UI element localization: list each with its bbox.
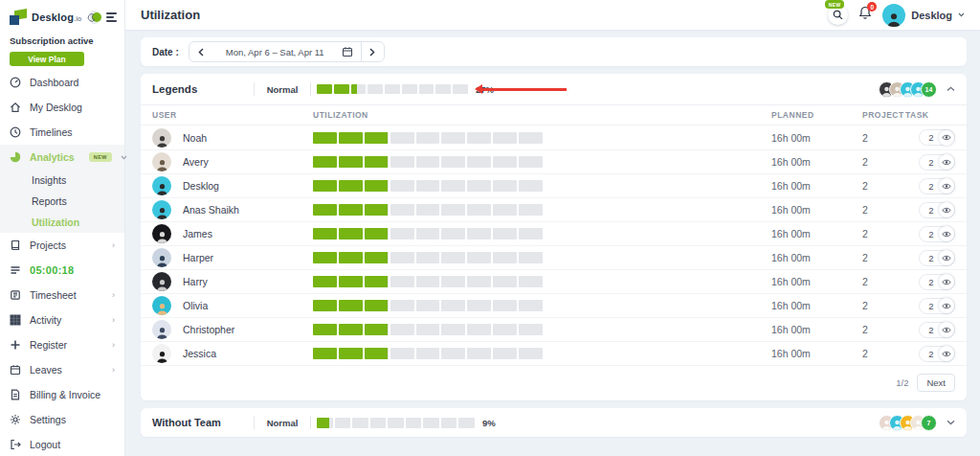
subscription-status: Subscription active (0, 30, 124, 46)
planned-hours: 16h 00m (771, 132, 862, 144)
eye-icon[interactable] (939, 274, 954, 289)
dark-mode-toggle[interactable] (90, 11, 99, 24)
user-utilization-bar (313, 228, 552, 239)
collapse-chevron-up-icon[interactable] (947, 86, 955, 92)
without-team-avatar-stack[interactable]: 7 (879, 415, 937, 431)
sidebar-item-logout[interactable]: Logout (0, 432, 124, 456)
project-count: 2 (862, 156, 905, 168)
timer-bars-icon (10, 264, 21, 276)
sidebar-item-settings[interactable]: Settings (0, 407, 124, 432)
eye-icon[interactable] (939, 202, 954, 217)
user-utilization-bar (313, 276, 552, 287)
calendar-icon[interactable] (334, 46, 361, 57)
sidebar-item-activity[interactable]: Activity › (0, 308, 124, 332)
search-button[interactable]: NEW (828, 5, 848, 25)
expand-chevron-down-icon[interactable] (947, 420, 955, 425)
pie-chart-icon (10, 151, 21, 163)
user-utilization-bar (313, 300, 552, 311)
user-utilization-bar (313, 348, 552, 359)
user-name: Harry (183, 276, 208, 287)
sidebar-item-projects[interactable]: Projects › (0, 233, 124, 258)
col-user: USER (152, 110, 313, 120)
planned-hours: 16h 00m (771, 348, 862, 359)
avatar-overflow-count[interactable]: 7 (921, 415, 937, 431)
user-name: Jessica (183, 348, 216, 359)
task-pill[interactable]: 2 (919, 202, 955, 218)
task-pill[interactable]: 2 (919, 274, 955, 290)
sidebar-item-timelines[interactable]: Timelines (0, 120, 124, 145)
team-avatar-stack[interactable]: 14 (879, 81, 937, 98)
table-body: Noah 16h 00m 2 2 Avery 16h 00m 2 2 (141, 125, 967, 365)
chevron-right-icon: › (112, 240, 115, 250)
without-team-card: Without Team Normal 9% 7 (141, 408, 967, 437)
eye-icon[interactable] (939, 298, 954, 313)
sidebar-item-dashboard[interactable]: Dashboard (0, 70, 124, 95)
task-pill[interactable]: 2 (919, 322, 955, 338)
eye-icon[interactable] (939, 130, 954, 146)
project-count: 2 (862, 324, 905, 335)
eye-icon[interactable] (939, 250, 954, 265)
sidebar-item-register[interactable]: Register › (0, 332, 124, 357)
planned-hours: 16h 00m (771, 180, 862, 192)
logout-icon (10, 439, 21, 450)
date-range-text[interactable]: Mon, Apr 6 – Sat, Apr 11 (212, 47, 334, 57)
next-date-button[interactable] (361, 42, 384, 61)
date-range-picker: Mon, Apr 6 – Sat, Apr 11 (189, 41, 385, 62)
legends-header: Legends Normal 27% 14 (141, 74, 967, 104)
eye-icon[interactable] (939, 154, 954, 170)
user-avatar (152, 176, 171, 195)
sidebar-item-leaves[interactable]: Leaves › (0, 357, 124, 382)
col-utilization: UTILIZATION (313, 110, 552, 120)
sidebar-item-timesheet[interactable]: Timesheet › (0, 283, 124, 308)
task-pill[interactable]: 2 (919, 178, 955, 194)
task-pill[interactable]: 2 (919, 154, 955, 171)
eye-icon[interactable] (939, 226, 954, 241)
task-count: 2 (928, 205, 933, 216)
notifications-button[interactable]: 0 (858, 6, 872, 24)
prev-date-button[interactable] (189, 42, 212, 61)
sidebar-item-utilization[interactable]: Utilization (0, 212, 124, 233)
eye-icon[interactable] (939, 322, 954, 337)
eye-icon[interactable] (939, 346, 954, 361)
sidebar-item-billing[interactable]: Billing & Invoice (0, 382, 124, 407)
chevron-right-icon: › (112, 340, 115, 350)
view-plan-button[interactable]: View Plan (10, 52, 84, 66)
plus-icon (10, 339, 21, 351)
user-name: Noah (183, 132, 207, 144)
hamburger-menu-icon[interactable] (106, 11, 117, 24)
brand-name: Desklog.io (32, 11, 81, 23)
next-page-button[interactable]: Next (917, 374, 955, 392)
desklog-logo-icon[interactable] (10, 9, 27, 26)
task-pill[interactable]: 2 (919, 250, 955, 266)
sidebar-item-analytics[interactable]: Analytics NEW (0, 145, 124, 170)
calendar-icon (10, 364, 21, 376)
task-pill[interactable]: 2 (919, 226, 955, 242)
task-pill[interactable]: 2 (919, 346, 955, 362)
user-avatar (152, 272, 171, 291)
user-name: Harper (183, 252, 213, 263)
planned-hours: 16h 00m (771, 204, 862, 216)
eye-icon[interactable] (939, 178, 954, 194)
user-avatar (152, 200, 171, 219)
col-project: PROJECT (862, 110, 905, 120)
gear-icon (10, 414, 21, 425)
user-avatar (152, 128, 171, 148)
avatar-overflow-count[interactable]: 14 (921, 81, 937, 98)
table-row: Anas Shaikh 16h 00m 2 2 (141, 197, 967, 221)
sidebar-item-my-desklog[interactable]: My Desklog (0, 95, 124, 120)
profile-menu[interactable]: Desklog (882, 4, 965, 27)
task-pill[interactable]: 2 (919, 298, 955, 314)
team-utilization-bar (317, 84, 468, 94)
sidebar-item-reports[interactable]: Reports (0, 191, 124, 212)
project-count: 2 (862, 228, 905, 239)
task-count: 2 (928, 229, 933, 239)
team-utilization-card: Legends Normal 27% 14 USER UTILIZATION P… (141, 74, 967, 400)
timesheet-icon (10, 289, 21, 301)
content: Date : Mon, Apr 6 – Sat, Apr 11 Legends … (125, 30, 980, 437)
sidebar-item-insights[interactable]: Insights (0, 170, 124, 191)
chevron-right-icon: › (112, 365, 115, 375)
task-pill[interactable]: 2 (919, 129, 955, 146)
legends-status: Normal (255, 84, 310, 95)
user-avatar (152, 344, 171, 363)
home-icon (10, 102, 21, 113)
